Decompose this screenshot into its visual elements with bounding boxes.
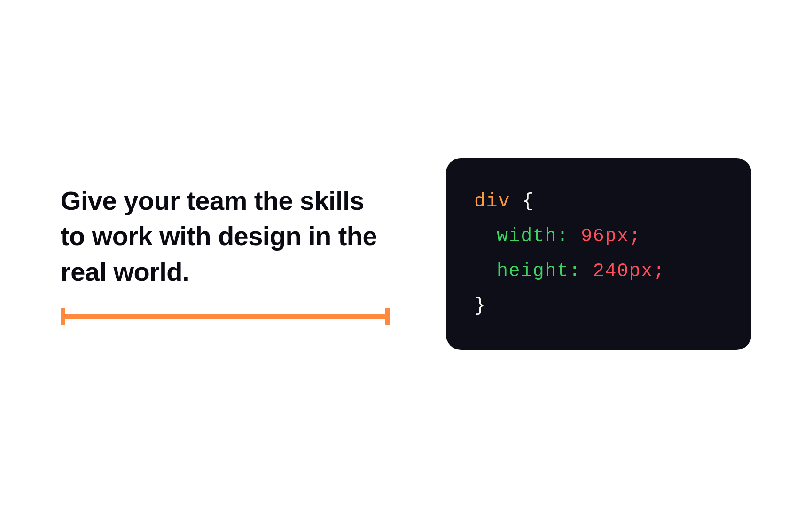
measurement-bar-icon [61,308,390,325]
code-value-0: 96px [581,226,629,247]
code-semi-0: ; [629,226,641,247]
code-close-brace: } [474,295,486,317]
code-open-brace: { [510,191,534,212]
headline: Give your team the skills to work with d… [61,183,390,290]
code-semi-1: ; [653,261,665,282]
code-line-selector: div { [474,184,723,219]
left-panel: Give your team the skills to work with d… [61,183,390,325]
code-prop-0: width [497,226,557,247]
code-selector: div [474,191,510,212]
code-block: div { width: 96px; height: 240px; } [446,158,751,350]
code-colon-1: : [569,261,593,282]
code-line-close: } [474,289,723,324]
code-colon-0: : [557,226,581,247]
code-line-rule-1: height: 240px; [474,254,723,289]
code-line-rule-0: width: 96px; [474,219,723,254]
code-value-1: 240px [593,261,653,282]
code-prop-1: height [497,261,569,282]
